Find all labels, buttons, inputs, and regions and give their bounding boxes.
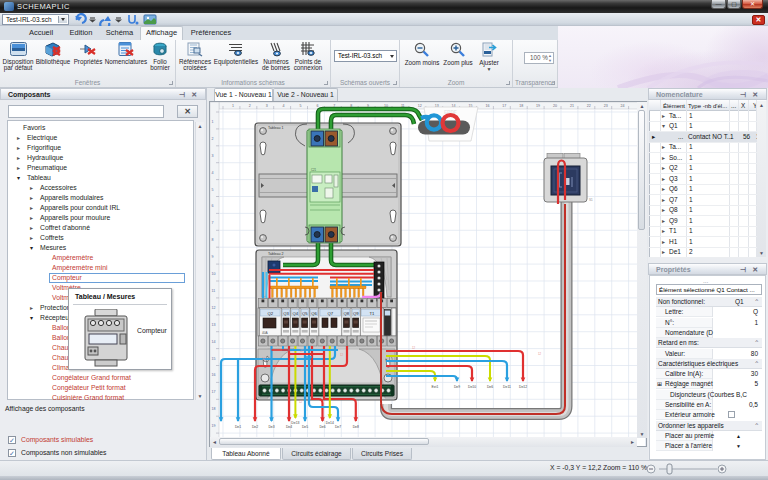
- svg-text:20: 20: [553, 104, 557, 108]
- svg-text:Q9: Q9: [353, 311, 359, 316]
- svg-text:7: 7: [212, 221, 214, 225]
- svg-text:4: 4: [283, 104, 285, 108]
- svg-text:Ext1: Ext1: [432, 385, 439, 389]
- svg-text:De6: De6: [319, 425, 325, 429]
- svg-text:6: 6: [212, 204, 214, 208]
- svg-text:De2: De2: [252, 425, 258, 429]
- svg-text:8: 8: [212, 238, 214, 242]
- svg-text:3: 3: [212, 154, 214, 158]
- svg-text:9: 9: [212, 255, 214, 259]
- svg-text:De7: De7: [335, 425, 341, 429]
- svg-text:10: 10: [212, 272, 216, 276]
- svg-text:5: 5: [300, 104, 302, 108]
- svg-text:19: 19: [212, 424, 216, 428]
- svg-text:Q7: Q7: [327, 311, 333, 316]
- svg-text:S1: S1: [589, 198, 593, 202]
- svg-text:De4: De4: [286, 425, 292, 429]
- svg-text:De3: De3: [268, 425, 274, 429]
- svg-text:12: 12: [412, 346, 416, 350]
- svg-text:Q3: Q3: [283, 311, 289, 316]
- svg-text:Tableau 1: Tableau 1: [268, 126, 284, 130]
- svg-text:13: 13: [212, 323, 216, 327]
- svg-text:De14: De14: [326, 421, 334, 425]
- svg-text:12: 12: [299, 400, 303, 404]
- svg-text:Tableau 2: Tableau 2: [268, 252, 284, 256]
- svg-text:Q4: Q4: [293, 311, 299, 316]
- svg-text:C21: C21: [311, 168, 317, 172]
- svg-text:18: 18: [519, 104, 523, 108]
- svg-text:17: 17: [212, 390, 216, 394]
- svg-text:Q6: Q6: [311, 311, 317, 316]
- svg-text:T1: T1: [369, 311, 375, 316]
- svg-text:16: 16: [212, 373, 216, 377]
- svg-text:16: 16: [485, 104, 489, 108]
- svg-text:De11: De11: [503, 385, 511, 389]
- svg-text:Q5: Q5: [302, 311, 308, 316]
- svg-text:15: 15: [212, 357, 216, 361]
- svg-text:11: 11: [212, 289, 216, 293]
- svg-text:Q8: Q8: [344, 311, 350, 316]
- svg-text:22: 22: [587, 104, 591, 108]
- svg-text:40A: 40A: [262, 331, 269, 335]
- svg-text:17: 17: [502, 104, 506, 108]
- svg-text:5: 5: [212, 188, 214, 192]
- svg-text:De1: De1: [235, 425, 241, 429]
- svg-text:12: 12: [300, 349, 304, 353]
- svg-text:De10: De10: [468, 385, 476, 389]
- svg-text:De6: De6: [487, 385, 493, 389]
- svg-text:Q2: Q2: [268, 311, 274, 316]
- svg-text:21: 21: [570, 104, 574, 108]
- svg-text:2: 2: [249, 104, 251, 108]
- svg-text:3: 3: [266, 104, 268, 108]
- svg-text:19: 19: [536, 104, 540, 108]
- svg-text:2: 2: [212, 137, 214, 141]
- svg-text:1: 1: [232, 104, 234, 108]
- svg-text:De13: De13: [291, 421, 299, 425]
- svg-text:12: 12: [262, 357, 266, 361]
- svg-text:De12: De12: [519, 385, 527, 389]
- svg-text:12: 12: [340, 353, 344, 357]
- svg-text:12: 12: [538, 352, 542, 356]
- svg-text:4: 4: [212, 171, 214, 175]
- svg-text:6: 6: [316, 104, 318, 108]
- svg-text:De8: De8: [353, 425, 359, 429]
- svg-text:18: 18: [212, 407, 216, 411]
- svg-text:24: 24: [621, 104, 625, 108]
- svg-text:12: 12: [212, 306, 216, 310]
- svg-text:12: 12: [418, 104, 422, 108]
- svg-text:De5: De5: [302, 425, 308, 429]
- svg-text:De9: De9: [454, 385, 460, 389]
- svg-text:1: 1: [212, 120, 214, 124]
- svg-text:14: 14: [212, 340, 216, 344]
- svg-text:23: 23: [604, 104, 608, 108]
